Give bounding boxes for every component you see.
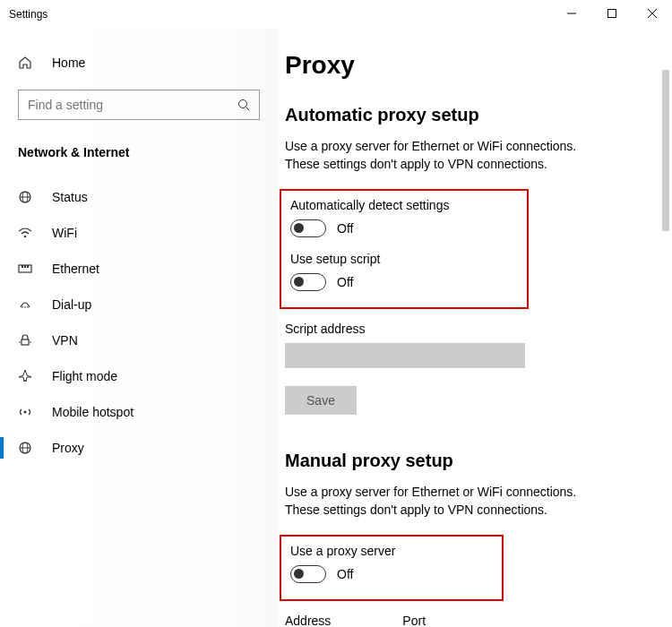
auto-heading: Automatic proxy setup xyxy=(285,105,672,125)
toggle-knob xyxy=(294,223,304,233)
wifi-icon xyxy=(18,226,36,240)
category-header: Network & Internet xyxy=(0,138,278,179)
address-label: Address xyxy=(285,614,331,627)
maximize-icon xyxy=(607,9,616,18)
svg-line-5 xyxy=(246,107,250,111)
proxy-icon xyxy=(18,441,36,455)
svg-point-20 xyxy=(24,411,27,414)
script-label: Use setup script xyxy=(290,252,518,266)
sidebar-item-label: Proxy xyxy=(52,441,84,455)
dialup-icon xyxy=(18,297,36,312)
detect-toggle[interactable] xyxy=(290,219,326,237)
detect-state: Off xyxy=(337,221,353,236)
home-icon xyxy=(18,56,36,70)
sidebar-item-label: Mobile hotspot xyxy=(52,405,134,419)
svg-point-15 xyxy=(24,306,26,308)
minimize-button[interactable] xyxy=(551,0,591,27)
script-toggle[interactable] xyxy=(290,273,326,291)
page-title: Proxy xyxy=(285,51,672,80)
svg-point-16 xyxy=(27,306,29,308)
status-icon xyxy=(18,190,36,204)
manual-desc: Use a proxy server for Ethernet or WiFi … xyxy=(285,484,607,519)
minimize-icon xyxy=(567,9,576,18)
home-nav[interactable]: Home xyxy=(0,47,278,79)
search-input[interactable] xyxy=(28,98,237,112)
close-icon xyxy=(648,9,657,18)
airplane-icon xyxy=(18,369,36,383)
home-label: Home xyxy=(52,56,85,70)
manual-heading: Manual proxy setup xyxy=(285,451,672,471)
useproxy-label: Use a proxy server xyxy=(290,544,493,558)
auto-desc: Use a proxy server for Ethernet or WiFi … xyxy=(285,138,607,173)
close-button[interactable] xyxy=(632,0,672,27)
toggle-knob xyxy=(294,277,304,287)
detect-label: Automatically detect settings xyxy=(290,198,518,212)
sidebar-item-status[interactable]: Status xyxy=(0,179,278,215)
svg-rect-13 xyxy=(27,265,29,268)
sidebar-item-vpn[interactable]: VPN xyxy=(0,322,278,358)
script-address-input[interactable] xyxy=(285,343,525,368)
useproxy-state: Off xyxy=(337,567,353,581)
sidebar-item-label: Ethernet xyxy=(52,262,99,276)
sidebar-item-hotspot[interactable]: Mobile hotspot xyxy=(0,394,278,430)
main-panel: Proxy Automatic proxy setup Use a proxy … xyxy=(278,29,672,627)
sidebar-item-dialup[interactable]: Dial-up xyxy=(0,287,278,322)
svg-point-14 xyxy=(22,306,23,308)
sidebar-item-wifi[interactable]: WiFi xyxy=(0,215,278,251)
sidebar-item-label: WiFi xyxy=(52,226,77,240)
window-controls xyxy=(551,0,672,27)
maximize-button[interactable] xyxy=(591,0,632,27)
scrollbar[interactable] xyxy=(659,38,672,623)
sidebar-item-ethernet[interactable]: Ethernet xyxy=(0,251,278,287)
port-label: Port xyxy=(402,614,426,627)
useproxy-toggle[interactable] xyxy=(290,565,326,583)
svg-rect-17 xyxy=(22,339,29,345)
svg-point-19 xyxy=(30,341,31,343)
auto-highlight: Automatically detect settings Off Use se… xyxy=(280,189,529,309)
search-icon xyxy=(237,99,250,111)
search-box[interactable] xyxy=(18,90,260,120)
svg-point-9 xyxy=(24,236,26,237)
window-title: Settings xyxy=(9,8,47,21)
svg-point-4 xyxy=(239,100,247,108)
save-button[interactable]: Save xyxy=(285,386,357,415)
vpn-icon xyxy=(18,333,36,348)
svg-rect-12 xyxy=(24,265,26,268)
scrollbar-thumb[interactable] xyxy=(662,70,669,231)
svg-rect-11 xyxy=(22,265,23,268)
toggle-knob xyxy=(294,569,304,579)
svg-point-18 xyxy=(19,341,21,343)
sidebar-item-label: Status xyxy=(52,190,88,204)
script-addr-label: Script address xyxy=(285,322,672,336)
hotspot-icon xyxy=(18,405,36,419)
sidebar: Home Network & Internet Status WiFi Et xyxy=(0,29,278,627)
sidebar-item-flightmode[interactable]: Flight mode xyxy=(0,358,278,394)
script-state: Off xyxy=(337,275,353,289)
svg-rect-1 xyxy=(607,10,616,18)
sidebar-item-label: Flight mode xyxy=(52,369,117,383)
manual-highlight: Use a proxy server Off xyxy=(280,535,504,601)
sidebar-item-label: Dial-up xyxy=(52,297,91,312)
sidebar-item-label: VPN xyxy=(52,333,78,348)
ethernet-icon xyxy=(18,262,36,276)
sidebar-item-proxy[interactable]: Proxy xyxy=(0,430,278,466)
